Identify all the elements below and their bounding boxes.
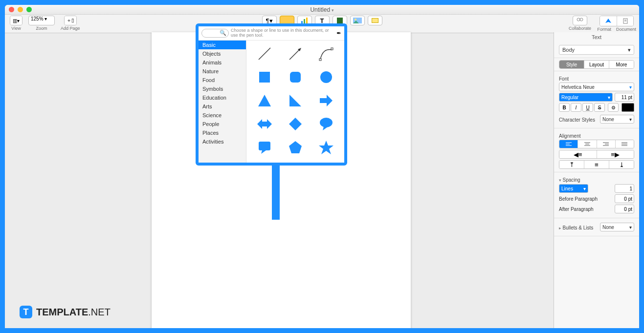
shape-curve[interactable] [311,43,341,64]
watermark-logo-icon: T [20,306,32,318]
category-nature[interactable]: Nature [199,67,246,76]
close-window-button[interactable] [9,7,14,12]
charstyles-select[interactable]: None▾ [600,115,634,124]
inspector-tabs: Style Layout More [559,60,634,69]
bullets-select[interactable]: None▾ [600,223,634,231]
minimize-window-button[interactable] [18,7,23,12]
svg-point-29 [320,71,332,83]
font-typeface-select[interactable]: Regular▾ [559,93,613,102]
text-color-swatch[interactable] [622,103,634,112]
category-basic[interactable]: Basic [199,41,246,49]
tab-layout[interactable]: Layout [584,61,609,68]
before-para-label: Before Paragraph [559,196,598,202]
svg-rect-37 [259,142,270,150]
insert-comment-icon[interactable] [368,16,382,25]
collaborate-label: Collaborate [569,26,591,31]
valign-bottom-button[interactable]: ⤓ [609,161,634,168]
view-group: ▥▾ View [10,16,22,31]
font-size-field[interactable] [615,93,634,102]
shape-diamond[interactable] [280,114,310,134]
category-science[interactable]: Science [199,111,246,120]
shape-rounded-square[interactable] [280,67,310,87]
paragraph-style-select[interactable]: Body▾ [559,45,634,55]
align-right-button[interactable] [597,140,615,148]
view-button[interactable]: ▥▾ [10,16,22,25]
category-symbols[interactable]: Symbols [199,84,246,93]
document-title[interactable]: Untitled [310,6,333,13]
format-document-group: FormatDocument [597,16,636,32]
category-education[interactable]: Education [199,93,246,102]
shape-callout[interactable] [249,137,279,158]
before-para-field[interactable] [615,194,634,203]
document-button[interactable] [617,16,633,26]
shape-arrow-right[interactable] [311,90,341,111]
shape-grid [246,41,344,163]
svg-marker-34 [289,118,302,130]
pen-tool-icon[interactable]: ✒︎ [336,30,341,37]
indent-button[interactable]: ≡▶ [597,150,634,158]
category-arts[interactable]: Arts [199,102,246,111]
zoom-group: 125% ▾ Zoom [28,16,55,31]
shapes-popover: 🔍 Choose a shape or line to use in this … [196,23,347,166]
bold-button[interactable]: B [559,103,570,112]
valign-middle-button[interactable]: ≡ [584,161,609,168]
outdent-button[interactable]: ◀≡ [559,150,597,158]
insert-media-icon[interactable] [350,16,365,25]
align-justify-button[interactable] [615,140,634,148]
category-animals[interactable]: Animals [199,58,246,67]
after-para-field[interactable] [615,205,634,213]
shape-arrow-line[interactable] [280,43,310,64]
shape-star[interactable] [311,137,341,158]
zoom-window-button[interactable] [26,7,32,12]
add-page-button[interactable]: ＋▯ [65,16,76,25]
shape-square[interactable] [249,67,279,87]
align-left-button[interactable] [559,140,577,148]
shapes-search-input[interactable]: 🔍 [201,29,229,38]
svg-rect-26 [331,48,333,50]
indent-controls: ◀≡ ≡▶ [559,150,634,159]
align-center-button[interactable] [577,140,596,148]
shape-categories: Basic Objects Animals Nature Food Symbol… [199,41,246,163]
font-family-select[interactable]: Helvetica Neue▾ [559,83,634,91]
font-gear-icon[interactable]: ⚙︎ [608,103,619,112]
svg-rect-27 [259,72,270,83]
svg-point-5 [577,18,580,21]
tab-style[interactable]: Style [559,61,584,68]
svg-point-35 [320,118,333,127]
category-places[interactable]: Places [199,128,246,137]
category-objects[interactable]: Objects [199,49,246,58]
category-activities[interactable]: Activities [199,137,246,146]
shape-double-arrow[interactable] [249,114,279,134]
shape-speech-bubble[interactable] [311,114,341,134]
underline-button[interactable]: U [582,103,593,112]
inspector-title: Text [554,32,639,42]
category-people[interactable]: People [199,120,246,128]
format-button[interactable] [600,16,617,26]
italic-button[interactable]: I [571,103,581,112]
strike-button[interactable]: S [594,103,605,112]
bullets-heading[interactable]: Bullets & Lists [559,225,593,230]
svg-marker-31 [289,95,301,106]
svg-marker-36 [323,126,328,130]
font-heading: Font [559,76,634,82]
line-spacing-field[interactable] [615,184,634,193]
shape-line[interactable] [249,43,279,64]
collaborate-button[interactable] [573,16,587,25]
shape-circle[interactable] [311,67,341,87]
spacing-heading[interactable]: Spacing [559,177,634,183]
line-spacing-select[interactable]: Lines▾ [559,184,588,193]
svg-marker-30 [258,95,271,106]
shape-pentagon[interactable] [280,137,310,158]
after-para-label: After Paragraph [559,207,594,212]
zoom-select[interactable]: 125% ▾ [28,16,55,25]
category-food[interactable]: Food [199,76,246,84]
shape-triangle[interactable] [249,90,279,111]
shapes-hint: Choose a shape or line to use in this do… [231,28,334,38]
svg-point-6 [580,18,583,21]
zoom-label: Zoom [36,26,47,31]
tab-more[interactable]: More [609,61,634,68]
shape-right-triangle[interactable] [280,90,310,111]
svg-marker-33 [257,119,272,129]
alignment-heading: Alignment [559,133,634,139]
valign-top-button[interactable]: ⤒ [559,161,584,168]
